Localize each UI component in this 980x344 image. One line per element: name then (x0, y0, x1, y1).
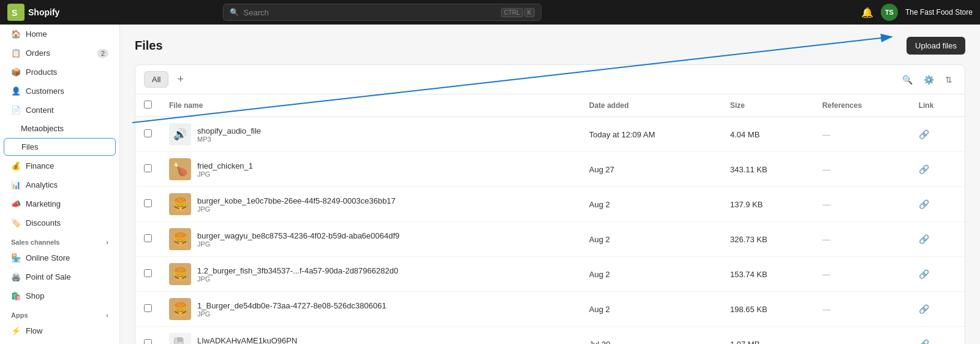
sort-button[interactable]: ⇅ (941, 72, 956, 87)
tab-all[interactable]: All (144, 71, 168, 88)
row-link-cell: 🔗 (910, 152, 965, 187)
sidebar-item-metaobjects[interactable]: Metaobjects (4, 120, 116, 137)
page-title: Files (135, 39, 163, 53)
sidebar-item-discounts[interactable]: 🏷️ Discounts (4, 214, 116, 232)
sidebar-label-flow: Flow (26, 326, 42, 335)
search-bar[interactable]: 🔍 Search CTRL K (223, 4, 541, 21)
row-date-cell: Aug 2 (581, 257, 722, 292)
file-info: 🍔burger_wagyu_be8c8753-4236-4f02-b59d-ab… (169, 228, 572, 250)
image-thumbnail: 🍔 (169, 298, 191, 320)
row-date-cell: Aug 2 (581, 292, 722, 327)
file-name-text: 1.2_burger_fish_3fb34537-...f-4a57-90da-… (197, 266, 398, 283)
svg-rect-5 (178, 338, 182, 342)
products-icon: 📦 (11, 67, 21, 77)
row-checkbox[interactable] (144, 234, 152, 242)
row-filename-cell: 🍔1_Burger_de54db0e-73aa-4727-8e08-526dc3… (160, 292, 581, 327)
sidebar-item-products[interactable]: 📦 Products (4, 63, 116, 81)
files-table: File name Date added Size References Lin… (135, 94, 965, 344)
finance-icon: 💰 (11, 161, 21, 170)
copy-link-button[interactable]: 🔗 (919, 269, 929, 279)
sidebar-item-files[interactable]: Files (4, 138, 116, 156)
sidebar-item-home[interactable]: 🏠 Home (4, 25, 116, 43)
row-checkbox[interactable] (144, 164, 152, 172)
image-thumbnail: 🍔 (169, 263, 191, 285)
copy-link-button[interactable]: 🔗 (919, 304, 929, 314)
sidebar-item-finance[interactable]: 💰 Finance (4, 157, 116, 175)
row-checkbox[interactable] (144, 129, 152, 137)
copy-link-button[interactable]: 🔗 (919, 339, 929, 344)
col-references: References (813, 94, 910, 117)
row-link-cell: 🔗 (910, 257, 965, 292)
row-filename-cell: 🍗fried_chicken_1JPG (160, 152, 581, 187)
row-checkbox[interactable] (144, 304, 152, 312)
copy-link-button[interactable]: 🔗 (919, 234, 929, 244)
sidebar-item-marketing[interactable]: 📣 Marketing (4, 195, 116, 213)
select-all-checkbox[interactable] (144, 101, 152, 109)
file-name-text: shopify_audio_fileMP3 (197, 126, 261, 143)
row-link-cell: 🔗 (910, 292, 965, 327)
row-references-cell: — (813, 327, 910, 345)
sidebar-item-point-of-sale[interactable]: 🖨️ Point of Sale (4, 268, 116, 286)
row-date-cell: Today at 12:09 AM (581, 117, 722, 152)
sidebar-label-customers: Customers (26, 86, 64, 96)
table-header-row: File name Date added Size References Lin… (135, 94, 965, 117)
apps-expand-icon[interactable]: › (106, 312, 108, 319)
sidebar-item-avada-seo[interactable]: 🔍 Avada SEO Suite (4, 341, 116, 344)
page-header: Files Upload files (135, 37, 965, 55)
file-info: 🍔1_Burger_de54db0e-73aa-4727-8e08-526dc3… (169, 298, 572, 320)
sidebar-item-orders[interactable]: 📋 Orders 2 (4, 44, 116, 62)
audio-thumbnail: 🔊 (169, 123, 191, 145)
row-checkbox-cell (135, 257, 160, 292)
table-row: LIwADKAHyAME1kuO96PNZIPJul 301.07 MB—🔗 (135, 327, 965, 345)
avatar[interactable]: TS (881, 4, 898, 21)
search-table-button[interactable]: 🔍 (899, 72, 916, 87)
row-date-cell: Jul 30 (581, 327, 722, 345)
row-filename-cell: 🍔1.2_burger_fish_3fb34537-...f-4a57-90da… (160, 257, 581, 292)
col-link: Link (910, 94, 965, 117)
main-layout: 🏠 Home 📋 Orders 2 📦 Products 👤 Customers… (0, 25, 980, 344)
row-filename-cell: 🍔burger_kobe_1e0c7bbe-26ee-44f5-8249-000… (160, 187, 581, 222)
row-checkbox[interactable] (144, 269, 152, 277)
row-checkbox[interactable] (144, 199, 152, 207)
file-info: 🍔burger_kobe_1e0c7bbe-26ee-44f5-8249-000… (169, 193, 572, 215)
sidebar-label-shop: Shop (26, 291, 44, 300)
add-filter-button[interactable]: + (173, 72, 187, 87)
sidebar-label-products: Products (26, 67, 57, 77)
table-row: 🍔1_Burger_de54db0e-73aa-4727-8e08-526dc3… (135, 292, 965, 327)
toolbar-right-actions: 🔍 ⚙️ ⇅ (899, 72, 956, 87)
search-keyboard-shortcut: CTRL K (501, 8, 535, 17)
row-size-cell: 198.65 KB (722, 292, 813, 327)
row-size-cell: 1.07 MB (722, 327, 813, 345)
row-filename-cell: 🍔burger_wagyu_be8c8753-4236-4f02-b59d-ab… (160, 222, 581, 257)
copy-link-button[interactable]: 🔗 (919, 164, 929, 174)
copy-link-button[interactable]: 🔗 (919, 129, 929, 139)
orders-icon: 📋 (11, 48, 21, 58)
row-checkbox-cell (135, 222, 160, 257)
file-name-text: LIwADKAHyAME1kuO96PNZIP (197, 336, 297, 345)
row-link-cell: 🔗 (910, 187, 965, 222)
copy-link-button[interactable]: 🔗 (919, 199, 929, 209)
content-icon: 📄 (11, 105, 21, 115)
file-info: 🔊shopify_audio_fileMP3 (169, 123, 572, 145)
sidebar-item-flow[interactable]: ⚡ Flow (4, 322, 116, 340)
upload-files-button[interactable]: Upload files (907, 37, 965, 55)
sidebar-label-analytics: Analytics (26, 180, 58, 189)
sidebar-item-analytics[interactable]: 📊 Analytics (4, 176, 116, 194)
row-checkbox-cell (135, 187, 160, 222)
row-references-cell: — (813, 187, 910, 222)
apps-header: Apps › (0, 305, 119, 321)
notifications-icon[interactable]: 🔔 (861, 7, 873, 18)
table-row: 🍔burger_kobe_1e0c7bbe-26ee-44f5-8249-000… (135, 187, 965, 222)
filter-button[interactable]: ⚙️ (920, 72, 938, 87)
files-table-card: All + 🔍 ⚙️ ⇅ File name Date added Size R… (135, 64, 965, 344)
sales-channels-expand-icon[interactable]: › (106, 239, 108, 246)
sidebar-item-shop[interactable]: 🛍️ Shop (4, 287, 116, 305)
row-checkbox[interactable] (144, 339, 152, 344)
sidebar-item-online-store[interactable]: 🏪 Online Store (4, 249, 116, 267)
sidebar-item-content[interactable]: 📄 Content (4, 101, 116, 119)
row-checkbox-cell (135, 152, 160, 187)
sidebar-label-orders: Orders (26, 48, 50, 58)
point-of-sale-icon: 🖨️ (11, 272, 21, 281)
sidebar-item-customers[interactable]: 👤 Customers (4, 82, 116, 100)
shopify-logo[interactable]: S shopify (7, 4, 59, 21)
